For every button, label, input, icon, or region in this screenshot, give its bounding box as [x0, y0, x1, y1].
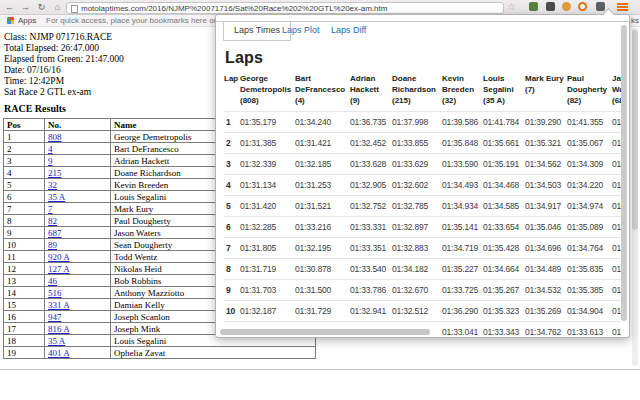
lap-time-cell: 01:32.752 [350, 201, 392, 211]
lap-time-cell: 01:34.182 [392, 264, 442, 274]
lap-time-cell: 01: [612, 264, 621, 274]
rider-number-link[interactable]: 947 [48, 312, 62, 322]
pos-cell: 7 [4, 203, 45, 215]
lap-time-cell: 01: [612, 243, 621, 253]
lap-time-cell: 01:33.613 [567, 327, 612, 337]
rider-number-link[interactable]: 4 [48, 144, 53, 154]
extension-icon-green[interactable] [529, 2, 538, 11]
no-cell: 215 [45, 167, 111, 179]
lap-number: 5 [224, 201, 240, 211]
page-scrollbar-thumb[interactable] [632, 30, 638, 230]
back-icon[interactable]: ← [3, 1, 16, 13]
lap-time-cell: 01:34.664 [483, 264, 525, 274]
col-header-no: No. [45, 119, 111, 131]
lap-time-cell: 01:39.290 [525, 117, 567, 127]
lap-row: 4 01:31.13401:31.25301:32.90501:32.60201… [224, 174, 621, 195]
popup-horizontal-scrollbar[interactable] [220, 329, 430, 335]
lap-time-cell: 01:34.974 [567, 201, 612, 211]
pos-cell: 4 [4, 167, 45, 179]
driver-col-header: Louis Segalini (35 A) [483, 73, 525, 106]
extension-icon-active[interactable] [596, 2, 605, 11]
lap-time-cell: 01:33.041 [442, 327, 483, 337]
bookmark-star-icon[interactable]: ☆ [507, 1, 516, 13]
lap-time-cell: 01:34.240 [295, 117, 350, 127]
lap-time-cell: 01:31.134 [240, 180, 295, 190]
lap-row: 5 01:31.42001:31.52101:32.75201:32.78501… [224, 195, 621, 216]
lap-time-cell: 01:35.323 [483, 306, 525, 316]
refresh-icon[interactable]: ↻ [35, 1, 48, 13]
lap-time-cell: 01: [612, 201, 621, 211]
pos-cell: 6 [4, 191, 45, 203]
extension-icon-ring[interactable] [578, 2, 587, 11]
lap-time-cell: 01:35.067 [567, 138, 612, 148]
rider-number-link[interactable]: 331 A [48, 300, 70, 310]
tab-laps-diff[interactable]: Laps Diff [327, 22, 370, 40]
lap-time-cell: 01: [612, 159, 621, 169]
home-icon[interactable]: ⌂ [51, 1, 64, 13]
pos-cell: 3 [4, 155, 45, 167]
lap-time-cell: 01:35.385 [567, 285, 612, 295]
lap-row: 6 01:32.28501:33.21601:33.33101:32.89701… [224, 216, 621, 237]
rider-number-link[interactable]: 401 A [48, 348, 70, 358]
apps-grid-icon[interactable] [7, 17, 14, 24]
tab-laps-plot[interactable]: Laps Plot [278, 22, 324, 40]
lap-time-cell: 01:32.452 [350, 138, 392, 148]
lap-time-cell: 01:33.855 [392, 138, 442, 148]
page-icon [71, 5, 78, 13]
rider-number-link[interactable]: 7 [48, 204, 53, 214]
rider-number-link[interactable]: 89 [48, 240, 57, 250]
lap-time-cell: 01:32.670 [392, 285, 442, 295]
lap-time-cell: 01: [612, 180, 621, 190]
lap-col-header: Lap [224, 73, 240, 106]
lap-time-cell: 01:33.786 [350, 285, 392, 295]
rider-number-link[interactable]: 9 [48, 156, 53, 166]
rider-number-link[interactable]: 920 A [48, 252, 70, 262]
driver-col-header: Doane Richardson (215) [392, 73, 442, 106]
menu-icon[interactable] [617, 3, 628, 12]
lap-time-cell: 01:31.729 [295, 306, 350, 316]
lap-time-cell: 01:34.762 [525, 327, 567, 337]
rider-number-link[interactable]: 127 A [48, 264, 70, 274]
lap-time-cell: 01:30.878 [295, 264, 350, 274]
lap-time-cell: 01:34.719 [442, 243, 483, 253]
rider-number-link[interactable]: 35 A [48, 192, 65, 202]
lap-time-cell: 01:34.532 [525, 285, 567, 295]
rider-number-link[interactable]: 687 [48, 228, 62, 238]
lap-time-cell: 01:35.227 [442, 264, 483, 274]
lap-time-cell: 01:33.654 [483, 222, 525, 232]
lap-time-cell: 01:35.141 [442, 222, 483, 232]
apps-label[interactable]: Apps [18, 16, 36, 25]
popup-vertical-scrollbar[interactable] [621, 25, 627, 321]
lap-time-cell: 01:35.046 [525, 222, 567, 232]
lap-time-cell: 01:35.191 [483, 159, 525, 169]
page-scrollbar[interactable] [632, 28, 638, 366]
lap-time-cell: 01:34.468 [483, 180, 525, 190]
rider-number-link[interactable]: 46 [48, 276, 57, 286]
rider-number-link[interactable]: 82 [48, 216, 57, 226]
lap-time-cell: 01:35.835 [567, 264, 612, 274]
driver-col-header: Jason Waters (687) [612, 73, 621, 106]
address-bar[interactable]: motolaptimes.com/2016/NJMP%20071716/Sat%… [66, 2, 504, 14]
lap-time-cell: 01:32.512 [392, 306, 442, 316]
forward-icon[interactable]: → [19, 1, 32, 13]
rider-number-link[interactable]: 808 [48, 132, 62, 142]
lap-time-cell: 01:33.590 [442, 159, 483, 169]
extension-icon-dark[interactable] [546, 2, 555, 11]
extension-icon-orange[interactable] [562, 2, 571, 11]
pos-cell: 13 [4, 275, 45, 287]
no-cell: 516 [45, 287, 111, 299]
rider-number-link[interactable]: 816 A [48, 324, 70, 334]
no-cell: 808 [45, 131, 111, 143]
lap-time-cell: 01:41.784 [483, 117, 525, 127]
lap-time-cell: 01: [612, 327, 621, 337]
driver-col-header: George Demetropolis (808) [240, 73, 295, 106]
rider-number-link[interactable]: 516 [48, 288, 62, 298]
lap-row: 10 01:32.18701:31.72901:32.94101:32.5120… [224, 300, 621, 321]
rider-number-link[interactable]: 32 [48, 180, 57, 190]
race-info-line: Date: 07/16/16 [4, 65, 124, 76]
lap-time-cell: 01:34.585 [483, 201, 525, 211]
rider-number-link[interactable]: 35 A [48, 336, 65, 346]
lap-number: 7 [224, 243, 240, 253]
rider-number-link[interactable]: 215 [48, 168, 62, 178]
lap-row: 2 01:31.38501:31.42101:32.45201:33.85501… [224, 132, 621, 153]
